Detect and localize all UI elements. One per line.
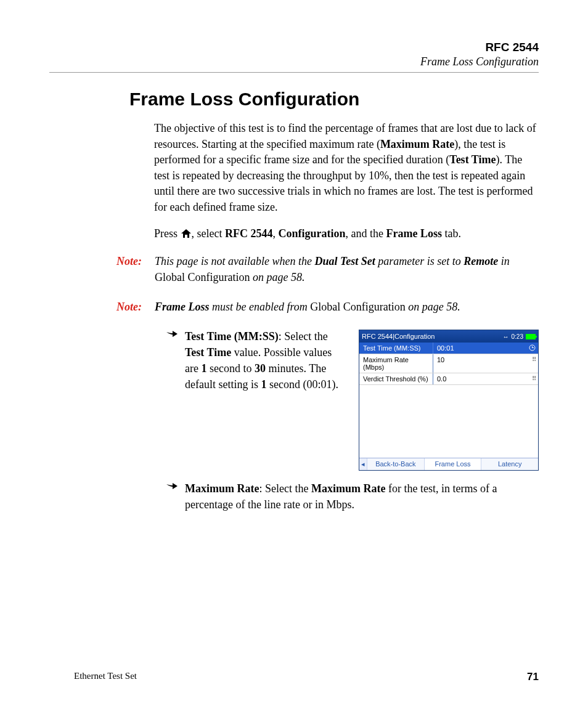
note-text: This page is not available when the Dual… (155, 253, 539, 285)
intro-paragraph: The objective of this test is to find th… (154, 121, 539, 215)
frame-loss-term: Frame Loss (155, 301, 210, 313)
footer-page-number: 71 (527, 671, 539, 683)
thirty-term: 30 (255, 362, 266, 375)
spinner-icon: ⠿ (532, 356, 536, 363)
press-instruction: Press , select RFC 2544, Configuration, … (154, 226, 539, 243)
running-header-title: RFC 2544 (49, 41, 539, 54)
device-tab-bar: ◂ Back-to-Back Frame Loss Latency (359, 458, 538, 469)
text: : Select the (259, 482, 311, 495)
text: This page is not available when the (155, 255, 314, 267)
bullet-text: Maximum Rate: Select the Maximum Rate fo… (185, 481, 539, 513)
global-config-ref: Global Configuration (310, 301, 405, 313)
test-time-term: Test Time (185, 346, 231, 359)
device-title-bar: RFC 2544|Configuration ↔ 0:23 (359, 330, 538, 343)
device-row-value: 00:01 (437, 344, 454, 352)
device-tray: ↔ 0:23 (503, 333, 536, 340)
device-row-value: 0.0 (437, 375, 446, 383)
text: : Select the (279, 330, 328, 343)
note-2: Note: Frame Loss must be enabled from Gl… (116, 299, 539, 315)
device-row-max-rate[interactable]: Maximum Rate (Mbps) 10 ⠿ (359, 354, 538, 373)
device-row-label: Test Time (MM:SS) (359, 343, 433, 354)
tab-back-to-back[interactable]: Back-to-Back (367, 458, 425, 469)
dual-test-set-term: Dual Test Set (314, 255, 375, 267)
device-row-test-time[interactable]: Test Time (MM:SS) 00:01 (359, 343, 538, 354)
home-icon (181, 227, 192, 243)
maximum-rate-term: Maximum Rate (380, 138, 454, 150)
device-blank-area (359, 385, 538, 458)
text: parameter is set to (375, 255, 464, 267)
bullet-text: Test Time (MM:SS): Select the Test Time … (185, 328, 344, 392)
clock-icon (529, 344, 536, 352)
bullet-maximum-rate: Maximum Rate: Select the Maximum Rate fo… (166, 481, 539, 513)
device-row-verdict-threshold[interactable]: Verdict Threshold (%) 0.0 ⠿ (359, 373, 538, 385)
remote-term: Remote (463, 255, 498, 267)
text: on page 58. (250, 271, 304, 283)
page-footer: Ethernet Test Set 71 (74, 671, 539, 683)
note-1: Note: This page is not available when th… (116, 253, 539, 285)
rfc-term: RFC 2544 (225, 227, 273, 240)
text: , (273, 227, 279, 240)
spinner-icon: ⠿ (532, 375, 536, 382)
configuration-term: Configuration (279, 227, 346, 240)
maximum-rate-term: Maximum Rate (185, 482, 259, 495)
test-time-term: Test Time (449, 153, 496, 166)
text: second to (206, 362, 254, 375)
arrow-icon (166, 481, 179, 513)
note-label: Note: (116, 299, 155, 315)
test-time-mmss-term: Test Time (MM:SS) (185, 330, 279, 343)
link-icon: ↔ (503, 333, 509, 340)
note-label: Note: (116, 253, 155, 285)
text: , select (192, 227, 225, 240)
header-rule (49, 72, 539, 73)
device-row-label: Maximum Rate (Mbps) (359, 354, 433, 373)
text: tab. (442, 227, 461, 240)
note-text: Frame Loss must be enabled from Global C… (155, 299, 539, 315)
text: Press (154, 227, 181, 240)
text: in (498, 255, 510, 267)
global-config-ref: Global Configuration (155, 271, 250, 283)
tab-frame-loss[interactable]: Frame Loss (425, 458, 482, 469)
text: , and the (346, 227, 386, 240)
section-title: Frame Loss Configuration (129, 89, 539, 110)
running-header-subtitle: Frame Loss Configuration (49, 55, 539, 68)
tab-latency[interactable]: Latency (481, 458, 538, 469)
device-row-value: 10 (437, 356, 444, 363)
device-title: RFC 2544|Configuration (362, 333, 435, 340)
text: must be enabled from (210, 301, 311, 313)
maximum-rate-term: Maximum Rate (311, 482, 385, 495)
bullet-test-time: Test Time (MM:SS): Select the Test Time … (166, 328, 539, 470)
arrow-icon (166, 328, 179, 470)
running-header: RFC 2544 Frame Loss Configuration (49, 41, 539, 68)
device-screenshot: RFC 2544|Configuration ↔ 0:23 Test Time … (359, 330, 539, 470)
frame-loss-term: Frame Loss (386, 227, 442, 240)
tab-scroll-left[interactable]: ◂ (359, 458, 367, 469)
device-clock: 0:23 (512, 333, 523, 340)
text: second (00:01). (266, 378, 338, 391)
text: on page 58. (406, 301, 460, 313)
battery-icon (526, 334, 536, 339)
device-row-label: Verdict Threshold (%) (359, 373, 433, 384)
footer-product: Ethernet Test Set (74, 671, 137, 683)
